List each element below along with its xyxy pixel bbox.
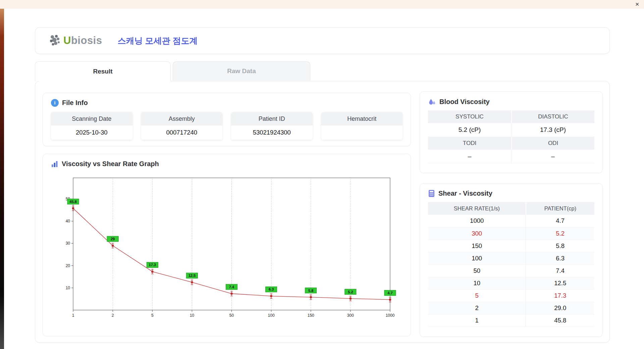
shear-viscosity-row-50: 507.4 (428, 264, 594, 277)
svg-text:5: 5 (151, 313, 154, 318)
shear-viscosity-row-2: 229.0 (428, 302, 594, 314)
graph-card: Viscosity vs Shear Rate Graph 1020304050… (43, 154, 411, 336)
svg-text:100: 100 (268, 313, 275, 318)
shear-viscosity-header-row: SHEAR RATE(1/s) PATIENT(cp) (428, 202, 594, 215)
shear-rate-cell: 50 (428, 264, 526, 277)
svg-text:45.8: 45.8 (69, 200, 76, 204)
bv-value-todi: – (428, 150, 511, 163)
svg-text:12.5: 12.5 (189, 273, 196, 278)
bv-value-systolic: 5.2 (cP) (428, 123, 511, 137)
svg-text:50: 50 (229, 313, 234, 318)
tab-result[interactable]: Result (35, 61, 171, 81)
shear-rate-cell: 150 (428, 240, 526, 252)
svg-text:300: 300 (347, 313, 354, 318)
field-label: Scanning Date (51, 112, 132, 126)
patient-viscosity-cell: 45.8 (526, 314, 594, 327)
blood-viscosity-card: Blood Viscosity SYSTOLICDIASTOLIC5.2 (cP… (420, 91, 603, 173)
close-icon[interactable]: ✕ (635, 1, 639, 7)
shear-viscosity-row-10: 1012.5 (428, 277, 594, 289)
bv-header-diastolic: DIASTOLIC (511, 110, 594, 123)
logo-letter-u: U (63, 35, 71, 46)
graph-title-row: Viscosity vs Shear Rate Graph (51, 160, 402, 168)
patient-viscosity-cell: 5.2 (526, 227, 594, 240)
tab-raw-data[interactable]: Raw Data (173, 61, 310, 81)
file-info-fields: Scanning Date2025-10-30Assembly000717240… (51, 112, 402, 140)
svg-text:17.3: 17.3 (149, 263, 156, 267)
main-panel: i File Info Scanning Date2025-10-30Assem… (35, 81, 610, 343)
field-label: Hematocrit (321, 112, 403, 126)
patient-viscosity-cell: 29.0 (526, 302, 594, 314)
shear-rate-cell: 300 (428, 227, 526, 240)
header-card: Ubiosis 스캐닝 모세관 점도계 (35, 27, 610, 54)
field-value: 2025-10-30 (51, 126, 132, 140)
file-info-field-assembly: Assembly000717240 (141, 112, 223, 140)
patient-viscosity-cell: 4.7 (526, 215, 594, 227)
water-drops-icon (428, 98, 436, 106)
bv-value-odi: – (511, 150, 594, 163)
shear-rate-cell: 1 (428, 314, 526, 327)
shear-rate-cell: 5 (428, 289, 526, 302)
file-info-field-scanning-date: Scanning Date2025-10-30 (51, 112, 132, 140)
svg-text:10: 10 (190, 313, 195, 318)
svg-text:6.3: 6.3 (269, 287, 274, 291)
patient-viscosity-cell: 7.4 (526, 264, 594, 277)
window-titlebar: ✕ (0, 0, 644, 9)
svg-text:20: 20 (66, 263, 70, 268)
shear-viscosity-card: Shear - Viscosity SHEAR RATE(1/s) PATIEN… (420, 183, 603, 337)
shear-rate-cell: 2 (428, 302, 526, 314)
shear-viscosity-table: SHEAR RATE(1/s) PATIENT(cp) 10004.73005.… (428, 202, 594, 327)
bv-value-diastolic: 17.3 (cP) (511, 123, 594, 137)
file-info-title: File Info (62, 99, 88, 107)
app-title: 스캐닝 모세관 점도계 (117, 35, 198, 46)
shear-viscosity-row-1: 145.8 (428, 314, 594, 327)
field-value (321, 126, 403, 140)
file-info-field-patient-id: Patient ID53021924300 (231, 112, 313, 140)
graph-title: Viscosity vs Shear Rate Graph (62, 160, 159, 168)
blood-viscosity-title-row: Blood Viscosity (428, 98, 594, 106)
shear-viscosity-title-row: Shear - Viscosity (428, 190, 594, 197)
app-window: Ubiosis 스캐닝 모세관 점도계 Result Raw Data i Fi… (4, 9, 644, 349)
shear-viscosity-title: Shear - Viscosity (438, 190, 492, 197)
patient-viscosity-cell: 6.3 (526, 252, 594, 264)
desktop-edge-strip (0, 9, 4, 349)
patient-column-header: PATIENT(cp) (526, 202, 594, 215)
patient-viscosity-cell: 12.5 (526, 277, 594, 289)
calculator-icon (428, 190, 435, 197)
shear-rate-column-header: SHEAR RATE(1/s) (428, 202, 526, 215)
field-label: Patient ID (231, 112, 313, 126)
patient-viscosity-cell: 17.3 (526, 289, 594, 302)
viscosity-chart: 10203040501251050100150300100045.82917.3… (53, 172, 402, 330)
svg-text:30: 30 (66, 241, 70, 246)
logo-dots-icon (48, 34, 62, 47)
shear-viscosity-row-5: 517.3 (428, 289, 594, 302)
shear-rate-cell: 1000 (428, 215, 526, 227)
shear-viscosity-row-100: 1006.3 (428, 252, 594, 264)
patient-viscosity-cell: 5.8 (526, 240, 594, 252)
shear-rate-cell: 10 (428, 277, 526, 289)
shear-viscosity-row-1000: 10004.7 (428, 215, 594, 227)
bv-header-systolic: SYSTOLIC (428, 110, 511, 123)
svg-text:4.7: 4.7 (387, 291, 392, 295)
svg-text:5.8: 5.8 (308, 289, 313, 293)
svg-text:2: 2 (112, 313, 114, 318)
svg-text:1: 1 (72, 313, 74, 318)
viscosity-chart-svg: 10203040501251050100150300100045.82917.3… (53, 172, 402, 329)
field-label: Assembly (141, 112, 223, 126)
bv-header-odi: ODI (511, 137, 594, 150)
field-value: 000717240 (141, 126, 223, 140)
svg-text:5.2: 5.2 (348, 290, 353, 294)
field-value: 53021924300 (231, 126, 313, 140)
file-info-card: i File Info Scanning Date2025-10-30Assem… (43, 93, 411, 146)
file-info-title-row: i File Info (51, 99, 402, 107)
bar-chart-icon (51, 160, 58, 168)
ubiosis-logo: Ubiosis (48, 34, 102, 47)
info-icon: i (51, 99, 59, 107)
shear-viscosity-row-300: 3005.2 (428, 227, 594, 240)
shear-rate-cell: 100 (428, 252, 526, 264)
bv-header-todi: TODI (428, 137, 511, 150)
svg-text:29: 29 (111, 237, 115, 241)
svg-text:7.4: 7.4 (229, 285, 234, 289)
logo-text: Ubiosis (63, 35, 102, 47)
blood-viscosity-grid: SYSTOLICDIASTOLIC5.2 (cP)17.3 (cP)TODIOD… (428, 110, 594, 163)
svg-text:40: 40 (66, 219, 70, 223)
